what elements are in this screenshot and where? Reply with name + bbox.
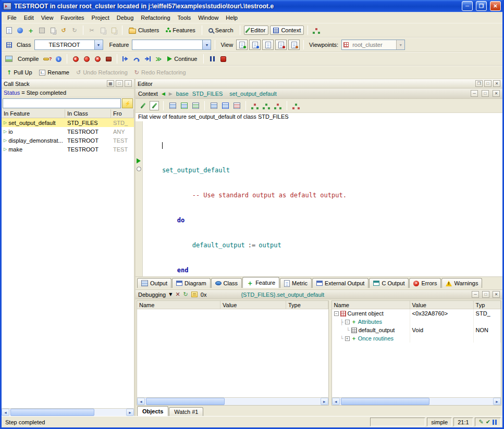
debug-run-icon[interactable]: ▸ [71,54,80,64]
chevron-down-icon[interactable]: ▼ [94,40,103,49]
view-interface-button[interactable] [275,40,287,50]
watch-hscrollbar[interactable]: ◄ ► [137,397,328,405]
redo-icon[interactable]: ↻ [70,26,79,35]
column-value[interactable]: Value [410,301,474,309]
redo-refactoring-button[interactable]: ↻ Redo Refactoring [132,68,189,77]
scroll-track[interactable] [9,409,126,416]
inheritance-tree-icon[interactable] [250,101,260,110]
collapse-icon[interactable]: − [334,311,339,316]
menu-window[interactable]: Window [194,14,222,22]
picture-icon[interactable] [4,54,14,64]
stop-icon[interactable] [218,54,228,64]
edit-class-icon[interactable] [150,101,159,110]
clients-icon[interactable] [191,101,200,110]
restore-panel-icon[interactable]: ❐ [475,80,483,87]
column-name[interactable]: Name [137,301,220,309]
stack-options-button[interactable]: ⚡ [122,98,133,108]
menu-debug[interactable]: Debug [113,14,137,22]
flat-view-icon[interactable] [220,101,230,110]
editor-gutter[interactable] [136,121,143,276]
notes-icon[interactable] [191,292,198,297]
tab-watch-1[interactable]: Watch #1 [169,407,203,416]
view-flat-contract-button[interactable] [288,40,300,50]
chevron-down-icon[interactable]: ▼ [169,292,172,297]
scroll-thumb[interactable] [10,409,94,416]
objects-hscrollbar[interactable]: ◄ ► [332,397,501,405]
close-button[interactable]: ✕ [490,1,501,11]
minimize-panel-icon[interactable]: ─ [472,291,479,298]
breadcrumb-view[interactable]: base [176,91,189,97]
minimize-button[interactable]: ─ [462,1,473,11]
breadcrumb-class[interactable]: STD_FILES [192,91,223,97]
close-panel-icon[interactable]: ✕ [493,80,500,87]
scroll-right-icon[interactable]: ► [493,398,501,405]
remove-expression-icon[interactable]: ✕ [175,291,180,298]
scroll-left-icon[interactable]: ◄ [137,398,145,405]
column-from[interactable]: Fro [111,109,134,118]
column-type[interactable]: Typ [474,301,501,309]
tab-external-output[interactable]: External Output [312,278,368,288]
scroll-right-icon[interactable]: ► [126,409,134,416]
context-toggle-button[interactable]: Context [270,26,304,35]
table-row[interactable]: ▷make TESTROOT TEST [2,145,134,154]
undo-refactoring-button[interactable]: ↺ Undo Refactoring [73,68,130,77]
add-item-icon[interactable]: ＋ [26,26,35,35]
scroll-thumb[interactable] [341,398,430,405]
history-forward-icon[interactable]: ▶ [169,91,173,96]
pull-up-button[interactable]: ↑ Pull Up [4,68,35,77]
pause-icon[interactable] [207,54,217,64]
debug-stop-points-icon[interactable] [104,54,113,64]
run-to-cursor-icon[interactable]: ≫ [154,54,163,64]
breadcrumb-feature[interactable]: set_output_default [229,91,277,97]
scroll-thumb[interactable] [146,398,225,405]
menu-tools[interactable]: Tools [174,14,195,22]
open-file-icon[interactable] [15,26,24,35]
precompile-key-icon[interactable]: ? [43,54,52,64]
step-out-icon[interactable] [143,54,152,64]
tab-metric[interactable]: Metric [280,278,312,288]
tree-row[interactable]: ├ − ＋ Attributes [332,318,501,326]
hex-toggle-button[interactable]: 0x [201,292,207,298]
watch-rows[interactable] [137,309,328,397]
column-in-feature[interactable]: In Feature [2,109,65,118]
clusters-button[interactable]: Clusters [126,26,162,35]
search-button[interactable]: Search [206,26,236,34]
refresh-icon[interactable]: ↻ [183,291,188,298]
expand-icon[interactable]: + [345,336,350,341]
continue-button[interactable]: Continue [165,55,200,63]
float-panel-icon[interactable]: □ [116,80,123,87]
column-type[interactable]: Type [286,301,328,309]
scroll-right-icon[interactable]: ► [321,398,328,405]
scroll-left-icon[interactable]: ◄ [2,409,9,416]
view-contract-button[interactable] [262,40,274,50]
history-back-icon[interactable]: ◀ [162,91,165,96]
rename-button[interactable]: I.. Rename [36,68,72,77]
call-stack-hscrollbar[interactable]: ◄ ► [2,408,134,416]
tab-c-output[interactable]: C Output [369,278,409,288]
minimize-panel-icon[interactable]: ↓ [125,80,132,87]
scroll-left-icon[interactable]: ◄ [332,398,340,405]
menu-help[interactable]: Help [222,14,241,22]
tree-row[interactable]: └ default_output Void NON [332,326,501,334]
class-relations-icon[interactable] [291,101,301,110]
maximize-panel-icon[interactable]: □ [484,80,491,87]
menu-favorites[interactable]: Favorites [57,14,88,22]
column-value[interactable]: Value [220,301,286,309]
stack-filter-input[interactable] [3,98,121,108]
cut-icon[interactable]: ✂ [87,26,96,35]
viewpoints-combobox[interactable]: root_cluster ▼ [341,40,405,50]
close-panel-icon[interactable]: ✕ [493,90,500,97]
maximize-button[interactable]: ❐ [476,1,487,11]
info-icon[interactable]: i [54,54,63,64]
column-in-class[interactable]: In Class [65,109,111,118]
table-row[interactable]: ▷display_demonstrat... TESTROOT TEST [2,136,134,145]
scroll-track[interactable] [340,398,493,405]
collapse-icon[interactable]: − [345,320,350,324]
step-over-icon[interactable] [132,54,141,64]
code-area[interactable]: set_output_default -- Use standard outpu… [136,121,502,276]
menu-view[interactable]: View [38,14,57,22]
tab-warnings[interactable]: Warnings [441,278,482,288]
breakpoint-slot-icon[interactable] [137,167,141,171]
debug-ignore-breakpoints-icon[interactable]: ✕ [93,54,102,64]
scroll-track[interactable] [145,398,321,405]
